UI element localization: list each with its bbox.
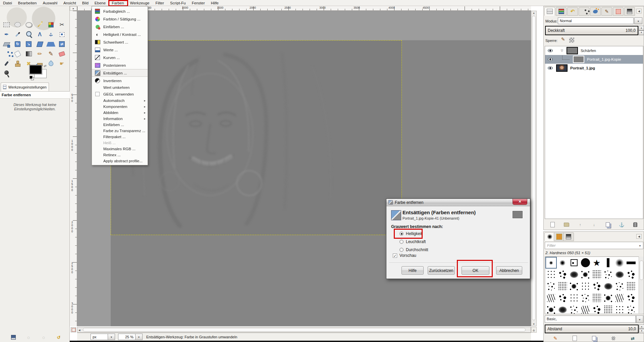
brush-group-combo[interactable]: Basic, [545,316,636,323]
tool-button[interactable] [35,30,44,39]
horizontal-scrollbar[interactable]: ◀ [77,327,531,333]
spin-down-icon[interactable]: ▼ [639,31,644,35]
menu-item[interactable]: Bearbeiten [15,0,40,6]
zoom-combo[interactable]: 25 % ▼ [118,334,143,340]
colors-menu-item[interactable]: Einfärben ... [92,23,148,31]
menu-item[interactable]: Bild [79,0,92,6]
layer-action-button[interactable] [549,221,557,228]
chevron-down-icon[interactable]: ▼ [636,316,643,323]
colors-menu-item[interactable]: Posterisieren [92,61,148,69]
collapse-icon[interactable]: ◀ [636,9,642,13]
dialog-button[interactable]: Zurücksetzen [428,266,455,275]
brush-cell[interactable] [602,269,614,280]
brush-grid-scrollbar[interactable] [639,256,644,314]
tab-tool-options[interactable]: Werkzeugeinstellungen [1,82,49,91]
tool-button[interactable] [24,40,33,49]
brush-cell[interactable] [625,257,637,269]
colors-menu-item[interactable]: Farbabgleich ... [92,7,148,15]
collapse-icon[interactable]: ◀ [636,234,642,239]
brush-cell[interactable] [568,257,580,269]
brush-cell[interactable] [614,269,625,280]
tool-button[interactable] [46,40,55,49]
checkbox-checked-icon[interactable]: ✓ [393,253,397,258]
close-button[interactable]: ✕ [513,199,527,205]
menu-item[interactable]: Datei [0,0,15,6]
menu-item[interactable]: Werkzeuge [127,0,153,6]
tool-button[interactable] [13,30,22,39]
delete-preset-button[interactable] [41,335,46,340]
colors-menu-item[interactable]: Helligkeit / Kontrast ... [92,31,148,38]
tool-button[interactable] [13,40,22,49]
preview-option[interactable]: ✓ Vorschau [393,253,416,258]
layer-row[interactable]: Portrait_1.jpg-Kopie [545,55,643,64]
brush-cell[interactable] [545,304,557,314]
colors-menu-item[interactable]: Komponenten ▸ [92,104,148,110]
vertical-scrollbar-thumb[interactable] [532,16,536,320]
colors-menu-item[interactable]: Farbe zu Transparenz ... [92,128,148,134]
spacing-spinners[interactable]: ▲▼ [639,325,644,333]
colors-menu-item[interactable]: Einfärben ... [92,122,148,128]
dock-tab[interactable] [567,7,578,16]
tool-button[interactable] [13,59,22,68]
swap-colors-icon[interactable]: ⇄ [44,64,46,68]
brush-cell[interactable] [602,257,614,269]
brush-cell[interactable] [625,292,637,304]
layer-action-button[interactable] [562,221,571,228]
foreground-color-swatch[interactable] [30,65,42,74]
brush-filter-input[interactable]: Filter ▼ [545,242,643,249]
dock-tab[interactable] [544,7,555,16]
dock-tab[interactable] [613,7,624,16]
horizontal-scrollbar-thumb[interactable] [83,328,526,332]
scroll-down-icon[interactable]: ▼ [531,323,536,325]
tool-button[interactable] [24,20,33,29]
chevron-down-icon[interactable]: ▼ [136,334,143,340]
colors-menu-item[interactable]: Filterpaket ... [92,134,148,140]
tool-button[interactable] [57,30,66,39]
layer-action-button[interactable] [631,221,639,228]
tool-button[interactable] [2,69,11,78]
tool-button[interactable] [57,49,66,58]
mode-combo[interactable]: Normal [558,17,634,24]
brush-cell[interactable] [568,292,580,304]
ruler-corner-menu-button[interactable]: ▸ [70,6,77,11]
radio-row[interactable]: Leuchtkraft [399,238,428,246]
brush-cell[interactable] [568,280,580,292]
expander-icon[interactable]: ▽ [561,49,563,52]
tool-button[interactable] [57,20,66,29]
tool-button[interactable] [35,20,44,29]
colors-menu-item[interactable]: Heiß ... [92,140,148,146]
dialog-button[interactable]: OK [462,266,489,275]
opacity-slider[interactable]: Deckkraft 100,0 [545,26,638,35]
menu-item[interactable]: Auswahl [40,0,60,6]
brush-action-button[interactable] [590,335,598,342]
radio-icon[interactable] [399,248,404,252]
tool-button[interactable] [46,30,55,39]
tool-button[interactable] [13,49,22,58]
layer-thumbnail[interactable] [573,56,584,63]
layer-name[interactable]: Portrait_1.jpg-Kopie [587,57,621,61]
lock-alpha-icon[interactable] [569,38,574,43]
brush-action-button[interactable] [551,335,559,342]
dialog-button[interactable]: Abbrechen [496,266,522,275]
colors-menu-item[interactable]: Information ▸ [92,116,148,122]
save-preset-button[interactable] [11,335,16,340]
spin-up-icon[interactable]: ▲ [639,325,644,329]
dock-tab[interactable] [590,7,601,16]
dock-tab[interactable] [624,7,635,16]
menu-item[interactable]: Ebene [92,0,109,6]
layer-name[interactable]: Schärfen [581,49,596,53]
visibility-eye-icon[interactable] [548,49,553,52]
tool-button[interactable] [57,59,66,68]
brush-cell[interactable] [557,280,568,292]
brush-cell[interactable] [625,280,637,292]
colors-menu-item[interactable]: GEGL verwenden [92,91,148,98]
dock-tab[interactable] [601,7,612,16]
reset-tool-button[interactable] [56,335,61,340]
colors-menu-item[interactable]: Invertieren [92,77,148,84]
brush-cell[interactable] [602,280,614,292]
brush-action-button[interactable] [571,335,579,342]
colors-menu-item[interactable]: Wert umkehren [92,84,148,91]
brush-cell[interactable] [580,304,591,314]
brush-cell[interactable] [545,257,557,269]
brush-action-button[interactable] [609,335,618,342]
